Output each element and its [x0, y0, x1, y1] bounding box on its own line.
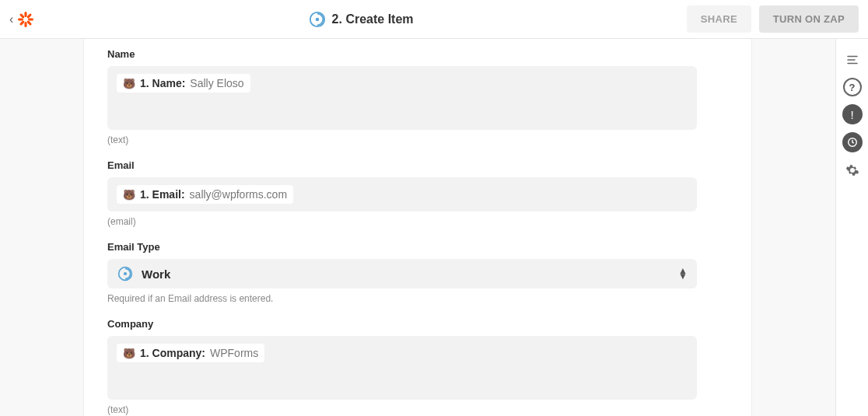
alert-icon[interactable]: ! — [842, 104, 863, 124]
svg-point-9 — [315, 17, 319, 21]
email-type-select[interactable]: Work ▲▼ — [107, 259, 697, 288]
help-icon[interactable]: ? — [843, 78, 862, 96]
top-bar: ‹ 2. Create Item SHARE TURN ON ZAP — [0, 0, 868, 39]
email-type-hint: Required if an Email address is entered. — [107, 293, 697, 304]
field-name: Name 🐻 1. Name: Sally Eloso (text) — [107, 48, 697, 145]
company-input[interactable]: 🐻 1. Company: WPForms — [107, 336, 697, 400]
gear-icon[interactable] — [842, 160, 863, 180]
name-chip-value: Sally Eloso — [190, 77, 243, 89]
outline-icon[interactable] — [842, 50, 863, 70]
name-label: Name — [107, 48, 697, 60]
svg-rect-4 — [26, 12, 32, 18]
email-type-value: Work — [142, 267, 670, 281]
email-chip-label: 1. Email: — [140, 188, 185, 201]
main-area: Name 🐻 1. Name: Sally Eloso (text) Email… — [0, 39, 868, 416]
company-hint: (text) — [107, 404, 697, 415]
wpforms-icon: 🐻 — [123, 79, 135, 89]
title-wrapper: 2. Create Item — [35, 11, 687, 28]
field-email: Email 🐻 1. Email: sally@wpforms.com (ema… — [107, 159, 697, 227]
company-chip-value: WPForms — [210, 347, 258, 359]
svg-rect-1 — [25, 22, 27, 27]
svg-point-11 — [124, 272, 127, 275]
name-chip[interactable]: 🐻 1. Name: Sally Eloso — [117, 74, 250, 93]
share-button[interactable]: SHARE — [687, 5, 751, 33]
company-label: Company — [107, 318, 697, 330]
field-company: Company 🐻 1. Company: WPForms (text) — [107, 318, 697, 415]
name-chip-label: 1. Name: — [140, 77, 185, 89]
name-hint: (text) — [107, 135, 697, 145]
email-chip-value: sally@wpforms.com — [190, 188, 287, 201]
email-label: Email — [107, 159, 697, 171]
right-rail: ? ! — [835, 39, 868, 416]
wpforms-icon: 🐻 — [123, 190, 135, 200]
back-icon[interactable]: ‹ — [9, 12, 13, 26]
email-chip[interactable]: 🐻 1. Email: sally@wpforms.com — [117, 185, 293, 204]
zapier-logo-icon[interactable] — [16, 10, 35, 29]
svg-rect-2 — [18, 18, 23, 20]
field-email-type: Email Type Work ▲▼ Required if an Email … — [107, 241, 697, 304]
svg-rect-3 — [28, 18, 33, 20]
content-column: Name 🐻 1. Name: Sally Eloso (text) Email… — [0, 39, 835, 416]
email-input[interactable]: 🐻 1. Email: sally@wpforms.com — [107, 177, 697, 211]
turn-on-zap-button[interactable]: TURN ON ZAP — [759, 5, 859, 33]
email-hint: (email) — [107, 216, 697, 227]
page-title: 2. Create Item — [332, 12, 414, 26]
clock-icon[interactable] — [842, 132, 863, 152]
email-type-label: Email Type — [107, 241, 697, 253]
wpforms-icon: 🐻 — [123, 348, 135, 358]
podio-icon — [309, 11, 326, 28]
svg-rect-0 — [25, 12, 27, 17]
form-card: Name 🐻 1. Name: Sally Eloso (text) Email… — [83, 39, 752, 416]
svg-rect-5 — [19, 20, 25, 26]
company-chip[interactable]: 🐻 1. Company: WPForms — [117, 344, 264, 362]
svg-rect-7 — [26, 20, 32, 26]
company-chip-label: 1. Company: — [140, 347, 205, 359]
svg-rect-6 — [19, 12, 25, 18]
name-input[interactable]: 🐻 1. Name: Sally Eloso — [107, 66, 697, 130]
chevron-updown-icon: ▲▼ — [678, 268, 688, 279]
podio-icon — [117, 265, 134, 282]
